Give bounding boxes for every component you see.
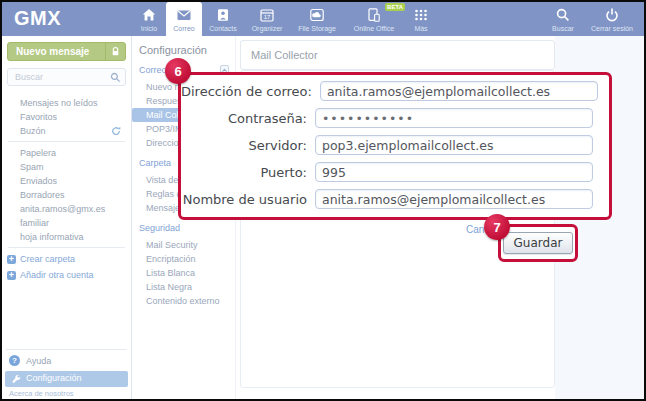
username-field[interactable] (315, 189, 593, 209)
nav-label: Contacts (209, 25, 237, 32)
email-label: Dirección de correo: (181, 84, 312, 99)
gmx-logo[interactable]: GMX (14, 7, 61, 30)
gmx-webmail-window: GMX Inicio Correo (0, 0, 646, 401)
mail-icon (176, 7, 192, 23)
settings-item-contenido-externo[interactable]: Contenido externo (132, 294, 235, 308)
folder-favorites[interactable]: Favoritos (2, 112, 131, 123)
help-label: Ayuda (26, 356, 51, 366)
office-doc-icon (366, 7, 382, 23)
nav-label: Correo (173, 25, 194, 32)
add-account-action[interactable]: + Añadir otra cuenta (2, 270, 131, 281)
nav-item-inicio[interactable]: Inicio (132, 2, 166, 36)
form-row-email: Dirección de correo: (181, 81, 609, 101)
power-icon (604, 7, 620, 23)
nav-label: File Storage (298, 25, 336, 32)
cloud-icon (309, 7, 325, 23)
save-button[interactable]: Guardar (503, 232, 574, 254)
contacts-icon (215, 7, 231, 23)
folder-list: Mensajes no leídos Favoritos Buzón Papel… (2, 98, 131, 286)
folder-newsletter[interactable]: hoja informativa (2, 232, 131, 243)
logout-button[interactable]: Cerrar sesión (584, 2, 640, 36)
step-badge-7: 7 (484, 214, 510, 240)
form-row-password: Contraseña: (181, 108, 609, 128)
folder-sent[interactable]: Enviados (2, 176, 131, 187)
nav-label: Inicio (141, 25, 157, 32)
folder-trash[interactable]: Papelera (2, 148, 131, 159)
top-bar: GMX Inicio Correo (2, 2, 644, 36)
mail-collector-panel-header: Mail Collector (240, 40, 555, 70)
nav-label: Organizer (252, 25, 283, 32)
nav-item-correo[interactable]: Correo (166, 2, 202, 36)
compose-label: Nuevo mensaje (16, 46, 89, 57)
folder-inbox[interactable]: Buzón (2, 126, 131, 137)
logout-label: Cerrar sesión (591, 25, 633, 32)
settings-item-lista-blanca[interactable]: Lista Blanca (132, 266, 235, 280)
settings-label: Configuración (26, 373, 82, 383)
settings-title: Configuración (132, 44, 235, 56)
nav-label: Más (414, 25, 427, 32)
folder-familiar[interactable]: familiar (2, 218, 131, 229)
help-item[interactable]: ? Ayuda (2, 355, 131, 368)
port-label: Puerto: (181, 165, 307, 180)
form-row-port: Puerto: (181, 162, 609, 182)
folder-inbox-label: Buzón (20, 126, 46, 136)
svg-text:17: 17 (264, 14, 271, 20)
plus-icon: + (7, 271, 16, 280)
section-label: Seguridad (139, 223, 180, 233)
nav-item-contacts[interactable]: Contacts (202, 2, 244, 36)
settings-item-encriptacion[interactable]: Encriptación (132, 252, 235, 266)
settings-item-lista-negra[interactable]: Lista Negra (132, 280, 235, 294)
settings-section-seguridad[interactable]: Seguridad (132, 223, 235, 235)
email-field[interactable] (320, 81, 598, 101)
refresh-icon[interactable] (111, 126, 121, 136)
search-button[interactable]: Buscar (542, 2, 584, 36)
folder-drafts[interactable]: Borradores (2, 190, 131, 201)
compose-button[interactable]: Nuevo mensaje (7, 42, 126, 61)
search-icon (110, 72, 121, 83)
annotation-frame-save: Guardar (498, 224, 578, 262)
search-icon (555, 7, 571, 23)
folder-spam[interactable]: Spam (2, 162, 131, 173)
panel-title: Mail Collector (251, 49, 318, 61)
beta-badge: BETA (385, 3, 405, 11)
settings-item[interactable]: Configuración (5, 371, 128, 387)
annotation-frame-form: Dirección de correo: Contraseña: Servido… (178, 72, 612, 220)
nav-label: Online Office (354, 25, 394, 32)
port-field[interactable] (315, 162, 593, 182)
sidebar-search-input[interactable] (13, 70, 105, 84)
top-bar-right: Buscar Cerrar sesión (542, 2, 640, 36)
folder-unread[interactable]: Mensajes no leídos (2, 98, 131, 109)
folder-account[interactable]: anita.ramos@gmx.es (2, 204, 131, 215)
password-field[interactable] (315, 108, 593, 128)
sidebar-search (7, 68, 126, 86)
server-field[interactable] (315, 135, 593, 155)
form-row-username: Nombre de usuario (181, 189, 609, 209)
add-account-label: Añadir otra cuenta (20, 270, 94, 280)
plus-icon: + (7, 255, 16, 264)
about-link[interactable]: Acerca de nosotros (2, 389, 131, 399)
home-icon (141, 7, 157, 23)
create-folder-label: Crear carpeta (20, 254, 75, 264)
nav-item-online-office[interactable]: BETA Online Office (344, 2, 404, 36)
create-folder-action[interactable]: + Crear carpeta (2, 254, 131, 265)
grid-dots-icon (413, 7, 429, 23)
password-label: Contraseña: (181, 111, 307, 126)
section-label: Carpeta (139, 158, 171, 168)
username-label: Nombre de usuario (181, 192, 307, 207)
divider (8, 141, 125, 142)
nav-item-file-storage[interactable]: File Storage (290, 2, 344, 36)
lock-icon (105, 43, 125, 60)
mail-sidebar: Nuevo mensaje Mensajes no leídos Favorit… (2, 36, 132, 399)
step-badge-6: 6 (165, 58, 191, 84)
form-row-server: Servidor: (181, 135, 609, 155)
sidebar-footer: ? Ayuda Configuración Acerca de nosotros (2, 349, 131, 399)
nav-item-organizer[interactable]: 17 Organizer (244, 2, 290, 36)
section-label: Correo (139, 65, 167, 75)
wrench-icon (11, 374, 21, 384)
divider (6, 349, 127, 350)
settings-item-mail-security[interactable]: Mail Security (132, 238, 235, 252)
main-nav: Inicio Correo Contacts (132, 2, 438, 36)
help-icon: ? (9, 355, 20, 366)
nav-item-mas[interactable]: Más (404, 2, 438, 36)
search-label: Buscar (552, 25, 574, 32)
